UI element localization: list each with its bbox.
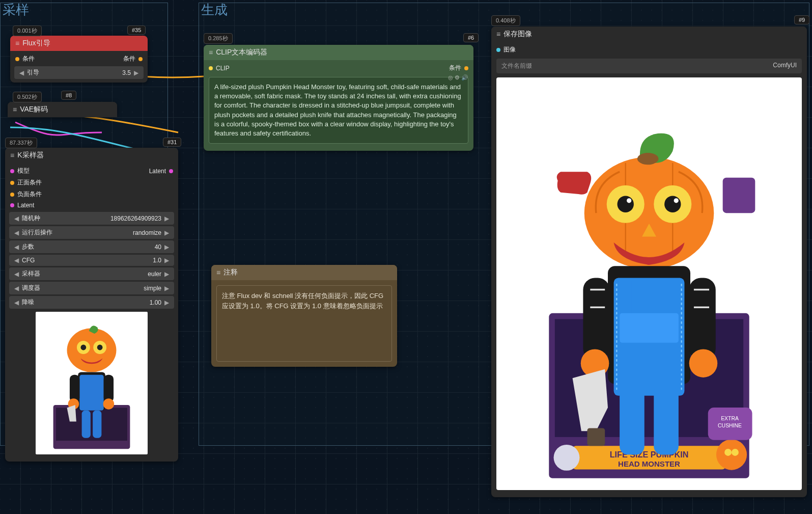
svg-text:EXTRA: EXTRA	[721, 416, 739, 421]
arrow-right-icon[interactable]: ▶	[133, 69, 139, 76]
port-dot[interactable]	[169, 169, 173, 173]
port-dot-out[interactable]	[138, 57, 143, 61]
port-dot[interactable]	[209, 66, 213, 70]
note-text[interactable]: 注意 Flux dev 和 schnell 没有任何负面提示，因此 CFG 应设…	[216, 285, 392, 362]
menu-icon[interactable]: ≡	[13, 105, 17, 114]
arrow-left-icon[interactable]: ◀	[13, 229, 20, 236]
svg-rect-10	[104, 375, 114, 402]
vae-title: VAE解码	[20, 105, 112, 114]
control-widget[interactable]: ◀运行后操作randomize▶	[9, 226, 174, 239]
svg-point-20	[554, 445, 580, 471]
arrow-right-icon[interactable]: ▶	[163, 215, 170, 222]
node-extra-icons[interactable]: ◎ ⚙ 🔊	[448, 74, 468, 81]
port-negative: 负面条件	[17, 190, 42, 199]
svg-point-6	[97, 345, 103, 350]
clip-text-encode-node[interactable]: ≡ CLIP文本编码器 CLIP 条件 ◎ ⚙ 🔊 A life-sized p…	[204, 45, 473, 151]
port-dot[interactable]	[10, 193, 14, 197]
port-latent: Latent	[17, 202, 34, 209]
denoise-value: 1.00	[148, 299, 163, 306]
ksampler-number-badge: #31	[163, 138, 181, 147]
prompt-textarea[interactable]: A life-sized plush Pumpkin Head Monster …	[209, 77, 468, 144]
note-node[interactable]: ≡ 注释 注意 Flux dev 和 schnell 没有任何负面提示，因此 C…	[211, 265, 397, 367]
save-title: 保存图像	[503, 30, 802, 39]
ksampler-node[interactable]: ≡ K采样器 模型 Latent 正面条件 负面条件 Latent ◀随机种18…	[5, 148, 178, 462]
steps-label: 步数	[20, 242, 153, 251]
svg-point-28	[618, 196, 634, 212]
port-dot[interactable]	[10, 203, 14, 207]
menu-icon[interactable]: ≡	[216, 268, 220, 277]
port-latent-out: Latent	[149, 168, 166, 175]
seed-widget[interactable]: ◀随机种189626264909923▶	[9, 212, 174, 225]
vae-decode-node[interactable]: ≡ VAE解码	[8, 102, 117, 117]
save-image-node[interactable]: ≡ 保存图像 图像 文件名前缀 ComfyUI LIFE SIZE PUMPKI…	[491, 26, 807, 497]
port-dot[interactable]	[10, 169, 14, 173]
svg-point-47	[689, 349, 718, 377]
output-preview: LIFE SIZE PUMPKIN HEAD MONSTER	[496, 77, 802, 490]
port-model: 模型	[17, 167, 30, 175]
seed-label: 随机种	[20, 214, 108, 223]
flux-guidance-node[interactable]: ≡ Flux引导 条件 条件 ◀ 引导 3.5 ▶	[10, 36, 148, 83]
svg-rect-37	[620, 313, 679, 343]
port-clip-label: CLIP	[216, 65, 230, 72]
menu-icon[interactable]: ≡	[10, 151, 14, 159]
arrow-right-icon[interactable]: ▶	[163, 244, 170, 251]
cfg-widget[interactable]: ◀CFG1.0▶	[9, 255, 174, 266]
clip-number-badge: #6	[463, 33, 479, 42]
arrow-right-icon[interactable]: ▶	[163, 270, 170, 278]
port-label-condition-in: 条件	[22, 55, 35, 63]
svg-point-31	[664, 196, 681, 212]
arrow-right-icon[interactable]: ▶	[163, 229, 170, 236]
svg-point-26	[637, 153, 659, 165]
group-generation-label: 生成	[201, 1, 228, 19]
denoise-widget[interactable]: ◀降噪1.00▶	[9, 296, 174, 309]
arrow-left-icon[interactable]: ◀	[13, 270, 20, 278]
port-condition-out: 条件	[449, 64, 461, 72]
arrow-left-icon[interactable]: ◀	[18, 69, 25, 76]
arrow-left-icon[interactable]: ◀	[13, 215, 20, 222]
ksampler-timing-badge: 87.337秒	[5, 138, 37, 148]
arrow-left-icon[interactable]: ◀	[13, 285, 20, 292]
arrow-left-icon[interactable]: ◀	[13, 244, 20, 251]
port-dot-in[interactable]	[15, 57, 19, 61]
arrow-left-icon[interactable]: ◀	[13, 299, 20, 306]
sampler-widget[interactable]: ◀采样器euler▶	[9, 267, 174, 280]
svg-point-4	[80, 345, 86, 350]
scheduler-label: 调度器	[20, 284, 142, 292]
flux-title: Flux引导	[22, 39, 143, 48]
port-dot[interactable]	[496, 48, 500, 52]
guidance-label: 引导	[25, 68, 120, 77]
menu-icon[interactable]: ≡	[15, 39, 19, 47]
guidance-widget[interactable]: ◀ 引导 3.5 ▶	[14, 66, 144, 79]
menu-icon[interactable]: ≡	[209, 48, 213, 57]
svg-rect-36	[667, 281, 679, 316]
arrow-right-icon[interactable]: ▶	[163, 257, 170, 264]
svg-rect-50	[587, 428, 605, 446]
clip-title: CLIP文本编码器	[216, 48, 468, 57]
svg-rect-35	[620, 281, 631, 316]
svg-rect-1	[56, 408, 127, 441]
svg-point-32	[674, 198, 679, 203]
control-value: randomize	[131, 229, 163, 236]
arrow-left-icon[interactable]: ◀	[13, 257, 20, 264]
vae-number-badge: #8	[61, 91, 76, 100]
menu-icon[interactable]: ≡	[496, 30, 500, 38]
svg-point-12	[103, 398, 115, 410]
steps-value: 40	[153, 244, 163, 251]
arrow-right-icon[interactable]: ▶	[163, 299, 170, 306]
steps-widget[interactable]: ◀步数40▶	[9, 240, 174, 253]
group-sampling-label: 采样	[3, 1, 29, 19]
svg-point-21	[716, 439, 747, 470]
cfg-value: 1.0	[151, 257, 163, 264]
svg-point-23	[732, 449, 739, 456]
arrow-right-icon[interactable]: ▶	[163, 285, 170, 292]
svg-rect-48	[620, 384, 645, 455]
filename-label: 文件名前缀	[501, 62, 773, 70]
scheduler-widget[interactable]: ◀调度器simple▶	[9, 282, 174, 294]
svg-point-22	[724, 449, 732, 456]
port-label-condition-out: 条件	[123, 55, 135, 63]
port-dot[interactable]	[464, 66, 468, 70]
svg-rect-8	[79, 375, 103, 411]
save-number-badge: #9	[794, 15, 809, 24]
filename-prefix-input[interactable]: 文件名前缀 ComfyUI	[496, 59, 802, 73]
port-dot[interactable]	[10, 181, 14, 185]
